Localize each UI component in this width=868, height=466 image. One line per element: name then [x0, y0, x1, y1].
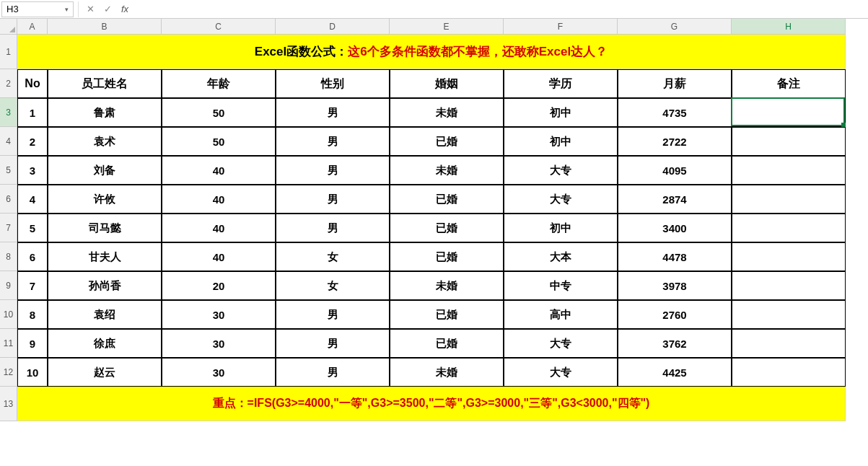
row-header-9[interactable]: 9	[0, 271, 17, 300]
table-cell[interactable]: 初中	[504, 127, 618, 156]
table-cell[interactable]: 30	[162, 329, 276, 358]
chevron-down-icon[interactable]: ▾	[65, 6, 69, 13]
table-cell[interactable]: 4478	[618, 242, 732, 271]
table-cell[interactable]: 2722	[618, 127, 732, 156]
table-cell[interactable]: 已婚	[390, 300, 504, 329]
table-cell[interactable]: 大专	[504, 358, 618, 387]
column-header-C[interactable]: C	[162, 19, 276, 35]
table-cell[interactable]	[732, 271, 846, 300]
table-cell[interactable]: 司马懿	[48, 214, 162, 242]
column-header-E[interactable]: E	[390, 19, 504, 35]
table-cell[interactable]: 7	[17, 271, 48, 300]
table-cell[interactable]: 50	[162, 127, 276, 156]
table-cell[interactable]: 8	[17, 300, 48, 329]
row-header-7[interactable]: 7	[0, 214, 17, 242]
column-header-B[interactable]: B	[48, 19, 162, 35]
table-cell[interactable]: 已婚	[390, 214, 504, 242]
table-cell[interactable]: 女	[276, 271, 390, 300]
table-cell[interactable]: 已婚	[390, 242, 504, 271]
table-cell[interactable]: 袁术	[48, 127, 162, 156]
table-cell[interactable]: 初中	[504, 98, 618, 127]
table-cell[interactable]: 刘备	[48, 156, 162, 185]
column-header-H[interactable]: H	[732, 19, 846, 35]
table-cell[interactable]	[732, 358, 846, 387]
table-cell[interactable]: 男	[276, 127, 390, 156]
table-cell[interactable]: 3762	[618, 329, 732, 358]
table-cell[interactable]	[732, 127, 846, 156]
table-cell[interactable]: 4425	[618, 358, 732, 387]
table-cell[interactable]: 未婚	[390, 358, 504, 387]
table-cell[interactable]: 初中	[504, 214, 618, 242]
table-cell[interactable]	[732, 185, 846, 214]
table-cell[interactable]: 50	[162, 98, 276, 127]
table-cell[interactable]: 已婚	[390, 329, 504, 358]
fx-icon[interactable]: fx	[116, 1, 133, 17]
table-cell[interactable]: 10	[17, 358, 48, 387]
table-cell[interactable]: 中专	[504, 271, 618, 300]
table-cell[interactable]	[732, 329, 846, 358]
table-cell[interactable]: 未婚	[390, 156, 504, 185]
table-cell[interactable]: 大专	[504, 329, 618, 358]
table-cell[interactable]: 徐庶	[48, 329, 162, 358]
row-header-5[interactable]: 5	[0, 156, 17, 185]
row-header-1[interactable]: 1	[0, 35, 17, 69]
row-header-3[interactable]: 3	[0, 98, 17, 127]
table-cell[interactable]: 40	[162, 185, 276, 214]
row-header-11[interactable]: 11	[0, 329, 17, 358]
table-cell[interactable]	[732, 300, 846, 329]
table-cell[interactable]: 鲁肃	[48, 98, 162, 127]
table-cell[interactable]: 赵云	[48, 358, 162, 387]
table-cell[interactable]: 许攸	[48, 185, 162, 214]
table-cell[interactable]: 9	[17, 329, 48, 358]
table-cell[interactable]: 40	[162, 214, 276, 242]
table-cell[interactable]: 女	[276, 242, 390, 271]
table-cell[interactable]: 1	[17, 98, 48, 127]
table-cell[interactable]: 男	[276, 185, 390, 214]
table-cell[interactable]	[732, 242, 846, 271]
row-header-13[interactable]: 13	[0, 387, 17, 421]
table-cell[interactable]: 4735	[618, 98, 732, 127]
table-cell[interactable]	[732, 214, 846, 242]
table-cell[interactable]	[732, 98, 846, 127]
name-box[interactable]: H3 ▾	[1, 1, 74, 17]
cancel-icon[interactable]: ✕	[82, 1, 99, 17]
table-cell[interactable]	[732, 156, 846, 185]
table-cell[interactable]: 4	[17, 185, 48, 214]
row-header-12[interactable]: 12	[0, 358, 17, 387]
row-header-2[interactable]: 2	[0, 69, 17, 98]
table-cell[interactable]: 4095	[618, 156, 732, 185]
table-cell[interactable]: 3978	[618, 271, 732, 300]
row-header-10[interactable]: 10	[0, 300, 17, 329]
table-cell[interactable]: 40	[162, 156, 276, 185]
table-cell[interactable]: 大本	[504, 242, 618, 271]
table-cell[interactable]: 男	[276, 98, 390, 127]
table-cell[interactable]: 男	[276, 300, 390, 329]
table-cell[interactable]: 3400	[618, 214, 732, 242]
table-cell[interactable]: 孙尚香	[48, 271, 162, 300]
table-cell[interactable]: 大专	[504, 185, 618, 214]
formula-input[interactable]	[133, 1, 868, 17]
table-cell[interactable]: 已婚	[390, 185, 504, 214]
select-all-corner[interactable]	[0, 19, 17, 35]
table-cell[interactable]: 30	[162, 358, 276, 387]
table-cell[interactable]: 大专	[504, 156, 618, 185]
row-header-6[interactable]: 6	[0, 185, 17, 214]
table-cell[interactable]: 2874	[618, 185, 732, 214]
table-cell[interactable]: 甘夫人	[48, 242, 162, 271]
table-cell[interactable]: 男	[276, 358, 390, 387]
row-header-4[interactable]: 4	[0, 127, 17, 156]
table-cell[interactable]: 30	[162, 300, 276, 329]
table-cell[interactable]: 未婚	[390, 271, 504, 300]
table-cell[interactable]: 6	[17, 242, 48, 271]
column-header-G[interactable]: G	[618, 19, 732, 35]
table-cell[interactable]: 已婚	[390, 127, 504, 156]
table-cell[interactable]: 5	[17, 214, 48, 242]
column-header-F[interactable]: F	[504, 19, 618, 35]
table-cell[interactable]: 男	[276, 214, 390, 242]
confirm-icon[interactable]: ✓	[99, 1, 116, 17]
column-header-D[interactable]: D	[276, 19, 390, 35]
table-cell[interactable]: 2760	[618, 300, 732, 329]
table-cell[interactable]: 男	[276, 329, 390, 358]
row-header-8[interactable]: 8	[0, 242, 17, 271]
table-cell[interactable]: 男	[276, 156, 390, 185]
